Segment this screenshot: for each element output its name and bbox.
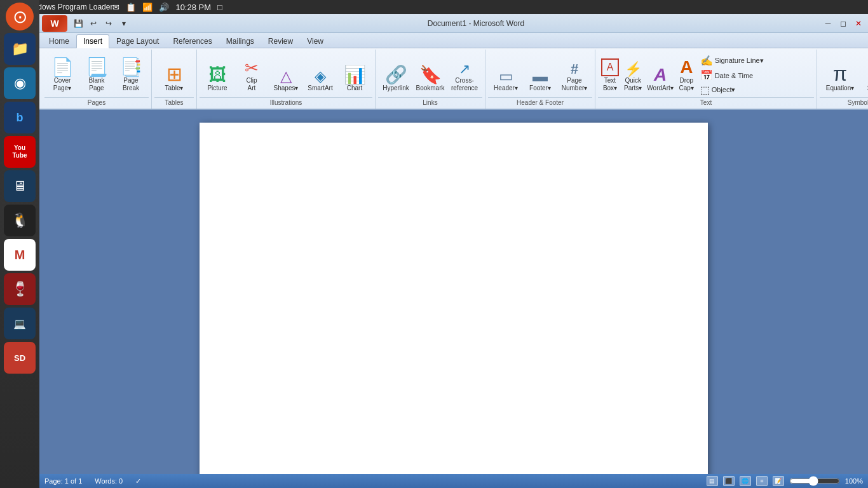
chart-button[interactable]: 📊 Chart <box>338 51 371 94</box>
hyperlink-icon: 🔗 <box>385 66 407 84</box>
sidebar-icon-tux[interactable]: 🐧 <box>4 205 36 236</box>
page-number-button[interactable]: # PageNumber▾ <box>558 51 591 94</box>
statusbar: Page: 1 of 1 Words: 0 ✓ ▤ ⬛ 🌐 ≡ 📝 100% <box>39 474 868 488</box>
ribbon-group-links: 🔗 Hyperlink 🔖 Bookmark ↗ Cross-reference… <box>376 50 485 109</box>
volume-icon: 🔊 <box>159 3 169 12</box>
clipboard-icon: 📋 <box>126 3 136 12</box>
equation-icon: π <box>833 64 847 84</box>
text-group-label: Text <box>598 97 814 107</box>
wordart-button[interactable]: A WordArt▾ <box>645 51 675 94</box>
save-button[interactable]: 💾 <box>71 17 85 30</box>
qa-dropdown-button[interactable]: ▾ <box>117 17 131 30</box>
clock: 10:28 PM <box>175 3 211 12</box>
view-web-button[interactable]: 🌐 <box>740 476 751 486</box>
view-draft-button[interactable]: 📝 <box>773 476 784 486</box>
ribbon-group-illustrations: 🖼 Picture ✂ ClipArt △ Shapes▾ ◈ SmartArt… <box>197 50 376 109</box>
tab-insert[interactable]: Insert <box>76 34 109 48</box>
picture-button[interactable]: 🖼 Picture <box>201 51 234 94</box>
footer-icon: ▬ <box>532 69 548 84</box>
shapes-button[interactable]: △ Shapes▾ <box>269 51 302 94</box>
redo-button[interactable]: ↪ <box>102 17 116 30</box>
word-count: Words: 0 <box>95 477 123 485</box>
blank-page-button[interactable]: 📃 BlankPage <box>80 51 113 94</box>
close-window-button[interactable]: ✕ <box>851 17 865 30</box>
shapes-icon: △ <box>280 69 292 84</box>
zoom-level: 100% <box>845 477 863 485</box>
wordart-icon: A <box>654 66 667 84</box>
date-time-button[interactable]: 📅 Date & Time <box>698 68 813 83</box>
sidebar-icon-ubuntu[interactable]: ⊙ <box>6 3 34 30</box>
tab-home[interactable]: Home <box>42 34 76 48</box>
office-button[interactable]: W <box>42 15 67 32</box>
titlebar: Wine Windows Program Loader ✉ 📋 📶 🔊 10:2… <box>0 0 868 14</box>
sidebar-icon-display[interactable]: 🖥 <box>4 170 36 202</box>
restore-window-button[interactable]: ◻ <box>836 17 850 30</box>
sidebar-icon-beatbox[interactable]: b <box>4 102 36 133</box>
cross-reference-icon: ↗ <box>459 62 470 76</box>
signature-line-button[interactable]: ✍ Signature Line▾ <box>698 53 813 68</box>
tab-page-layout[interactable]: Page Layout <box>109 34 166 48</box>
ribbon-group-tables: ⊞ Table▾ Tables <box>152 50 197 109</box>
maximize-icon[interactable]: □ <box>217 3 222 12</box>
sidebar-icon-monitor[interactable]: 💻 <box>4 308 36 339</box>
document-area[interactable] <box>39 110 868 474</box>
sidebar-icon-sd[interactable]: SD <box>4 342 36 374</box>
date-time-icon: 📅 <box>700 69 713 81</box>
ribbon-group-pages: 📄 CoverPage▾ 📃 BlankPage 📑 PageBreak Pag… <box>42 50 152 109</box>
header-button[interactable]: ▭ Header▾ <box>489 51 522 94</box>
hyperlink-button[interactable]: 🔗 Hyperlink <box>379 51 412 94</box>
spell-check-icon: ✓ <box>135 477 141 485</box>
smartart-button[interactable]: ◈ SmartArt <box>304 51 337 94</box>
titlebar-system-icons: ✉ 📋 📶 🔊 10:28 PM □ <box>112 3 222 12</box>
object-button[interactable]: ⬚ Object▾ <box>698 83 813 97</box>
view-outline-button[interactable]: ≡ <box>756 476 768 486</box>
pages-group-label: Pages <box>44 97 149 107</box>
links-group-label: Links <box>378 97 482 107</box>
chart-icon: 📊 <box>344 66 366 84</box>
signature-line-icon: ✍ <box>700 55 713 67</box>
window-title: Document1 - Microsoft Word <box>132 19 820 28</box>
ribbon-group-text: A TextBox▾ ⚡ QuickParts▾ A WordArt▾ A Dr… <box>595 50 817 109</box>
tab-references[interactable]: References <box>166 34 219 48</box>
cross-reference-button[interactable]: ↗ Cross-reference <box>448 51 481 94</box>
drop-cap-icon: A <box>680 58 693 76</box>
symbol-button[interactable]: Ω Symbol▾ <box>860 51 868 94</box>
sidebar-icon-browser[interactable]: ◉ <box>4 67 36 99</box>
tab-mailings[interactable]: Mailings <box>219 34 261 48</box>
header-footer-group-label: Header & Footer <box>488 97 592 107</box>
quick-access-toolbar: W 💾 ↩ ↪ ▾ Document1 - Microsoft Word ─ ◻… <box>39 14 868 33</box>
footer-button[interactable]: ▬ Footer▾ <box>524 51 557 94</box>
sidebar-icon-gmail[interactable]: M <box>4 239 36 271</box>
bookmark-icon: 🔖 <box>419 66 442 84</box>
equation-button[interactable]: π Equation▾ <box>821 51 859 94</box>
cover-page-button[interactable]: 📄 CoverPage▾ <box>46 51 79 94</box>
text-box-button[interactable]: A TextBox▾ <box>599 51 621 94</box>
tables-group-label: Tables <box>154 97 194 107</box>
drop-cap-button[interactable]: A DropCap▾ <box>677 51 696 94</box>
page-break-button[interactable]: 📑 PageBreak <box>114 51 147 94</box>
sidebar-icon-youtube[interactable]: YouTube <box>4 136 36 168</box>
blank-page-icon: 📃 <box>86 58 108 76</box>
symbols-group-label: Symbols <box>820 97 868 107</box>
tab-view[interactable]: View <box>300 34 330 48</box>
tab-review[interactable]: Review <box>261 34 300 48</box>
document-page[interactable] <box>200 123 708 474</box>
bookmark-button[interactable]: 🔖 Bookmark <box>414 51 447 94</box>
ribbon: 📄 CoverPage▾ 📃 BlankPage 📑 PageBreak Pag… <box>39 48 868 110</box>
view-fullscreen-button[interactable]: ⬛ <box>723 476 735 486</box>
undo-button[interactable]: ↩ <box>86 17 100 30</box>
sidebar-icon-wine[interactable]: 🍷 <box>4 273 36 305</box>
sidebar-icon-files[interactable]: 📁 <box>4 33 36 65</box>
clip-art-button[interactable]: ✂ ClipArt <box>235 51 268 94</box>
table-button[interactable]: ⊞ Table▾ <box>156 51 193 94</box>
minimize-window-button[interactable]: ─ <box>821 17 835 30</box>
page-break-icon: 📑 <box>120 58 142 76</box>
zoom-slider[interactable] <box>789 477 840 485</box>
email-icon: ✉ <box>112 3 119 12</box>
quick-parts-button[interactable]: ⚡ QuickParts▾ <box>622 51 644 94</box>
ribbon-group-header-footer: ▭ Header▾ ▬ Footer▾ # PageNumber▾ Header… <box>485 50 595 109</box>
table-icon: ⊞ <box>166 65 182 84</box>
view-print-button[interactable]: ▤ <box>707 476 718 486</box>
text-box-icon: A <box>601 58 619 76</box>
smartart-icon: ◈ <box>315 69 326 84</box>
